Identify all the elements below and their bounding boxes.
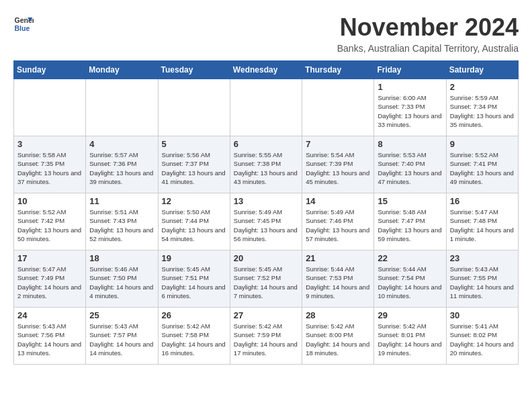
day-info: Sunrise: 5:44 AMSunset: 7:54 PMDaylight:… bbox=[378, 265, 442, 300]
day-info: Sunrise: 5:57 AMSunset: 7:36 PMDaylight:… bbox=[89, 150, 154, 186]
calendar-cell-1-1: 4Sunrise: 5:57 AMSunset: 7:36 PMDaylight… bbox=[86, 136, 158, 193]
calendar-cell-1-6: 9Sunrise: 5:52 AMSunset: 7:41 PMDaylight… bbox=[446, 136, 518, 193]
calendar-cell-2-0: 10Sunrise: 5:52 AMSunset: 7:42 PMDayligh… bbox=[14, 193, 86, 250]
header-monday: Monday bbox=[86, 61, 158, 79]
day-number: 10 bbox=[17, 196, 82, 206]
week-row-3: 10Sunrise: 5:52 AMSunset: 7:42 PMDayligh… bbox=[14, 193, 519, 250]
day-number: 28 bbox=[306, 310, 370, 320]
day-info: Sunrise: 5:44 AMSunset: 7:53 PMDaylight:… bbox=[306, 265, 370, 300]
day-info: Sunrise: 5:42 AMSunset: 8:01 PMDaylight:… bbox=[378, 322, 442, 357]
day-info: Sunrise: 5:58 AMSunset: 7:35 PMDaylight:… bbox=[17, 150, 82, 186]
title-section: November 2024 Banks, Australian Capital … bbox=[337, 13, 519, 54]
day-info: Sunrise: 6:00 AMSunset: 7:33 PMDaylight:… bbox=[378, 93, 442, 129]
day-info: Sunrise: 5:51 AMSunset: 7:43 PMDaylight:… bbox=[89, 208, 154, 243]
header-friday: Friday bbox=[374, 61, 446, 79]
day-info: Sunrise: 5:43 AMSunset: 7:56 PMDaylight:… bbox=[17, 322, 82, 357]
calendar-cell-1-0: 3Sunrise: 5:58 AMSunset: 7:35 PMDaylight… bbox=[14, 136, 86, 193]
day-number: 26 bbox=[162, 310, 226, 320]
calendar-cell-4-4: 28Sunrise: 5:42 AMSunset: 8:00 PMDayligh… bbox=[302, 308, 374, 365]
day-info: Sunrise: 5:52 AMSunset: 7:41 PMDaylight:… bbox=[450, 150, 515, 186]
calendar-cell-3-4: 21Sunrise: 5:44 AMSunset: 7:53 PMDayligh… bbox=[302, 250, 374, 308]
calendar-cell-1-3: 6Sunrise: 5:55 AMSunset: 7:38 PMDaylight… bbox=[230, 136, 302, 193]
day-info: Sunrise: 5:42 AMSunset: 8:00 PMDaylight:… bbox=[306, 322, 370, 357]
calendar-cell-0-5: 1Sunrise: 6:00 AMSunset: 7:33 PMDaylight… bbox=[374, 79, 446, 136]
calendar-cell-2-4: 14Sunrise: 5:49 AMSunset: 7:46 PMDayligh… bbox=[302, 193, 374, 250]
header: General Blue November 2024 Banks, Austra… bbox=[13, 13, 519, 54]
day-number: 5 bbox=[162, 139, 226, 149]
day-number: 13 bbox=[234, 196, 298, 206]
day-info: Sunrise: 5:47 AMSunset: 7:48 PMDaylight:… bbox=[450, 208, 515, 243]
day-number: 27 bbox=[234, 310, 298, 320]
day-number: 30 bbox=[450, 310, 515, 320]
day-info: Sunrise: 5:46 AMSunset: 7:50 PMDaylight:… bbox=[89, 265, 154, 300]
header-tuesday: Tuesday bbox=[158, 61, 230, 79]
calendar-cell-3-1: 18Sunrise: 5:46 AMSunset: 7:50 PMDayligh… bbox=[86, 250, 158, 308]
day-number: 3 bbox=[17, 139, 82, 149]
day-info: Sunrise: 5:47 AMSunset: 7:49 PMDaylight:… bbox=[17, 265, 82, 300]
header-wednesday: Wednesday bbox=[230, 61, 302, 79]
day-number: 20 bbox=[234, 253, 298, 263]
day-number: 17 bbox=[17, 253, 82, 263]
day-number: 22 bbox=[378, 253, 442, 263]
day-info: Sunrise: 5:56 AMSunset: 7:37 PMDaylight:… bbox=[162, 150, 226, 186]
header-thursday: Thursday bbox=[302, 61, 374, 79]
calendar-cell-3-6: 23Sunrise: 5:43 AMSunset: 7:55 PMDayligh… bbox=[446, 250, 518, 308]
calendar-cell-4-6: 30Sunrise: 5:41 AMSunset: 8:02 PMDayligh… bbox=[446, 308, 518, 365]
day-number: 11 bbox=[89, 196, 154, 206]
day-number: 14 bbox=[306, 196, 370, 206]
day-info: Sunrise: 5:42 AMSunset: 7:58 PMDaylight:… bbox=[162, 322, 226, 357]
week-row-4: 17Sunrise: 5:47 AMSunset: 7:49 PMDayligh… bbox=[14, 250, 519, 308]
day-number: 9 bbox=[450, 139, 515, 149]
week-row-1: 1Sunrise: 6:00 AMSunset: 7:33 PMDaylight… bbox=[14, 79, 519, 136]
day-number: 29 bbox=[378, 310, 442, 320]
header-sunday: Sunday bbox=[14, 61, 86, 79]
location-title: Banks, Australian Capital Territory, Aus… bbox=[337, 43, 519, 54]
calendar-cell-4-3: 27Sunrise: 5:42 AMSunset: 7:59 PMDayligh… bbox=[230, 308, 302, 365]
day-info: Sunrise: 5:52 AMSunset: 7:42 PMDaylight:… bbox=[17, 208, 82, 243]
calendar-cell-1-4: 7Sunrise: 5:54 AMSunset: 7:39 PMDaylight… bbox=[302, 136, 374, 193]
day-number: 7 bbox=[306, 139, 370, 149]
day-number: 2 bbox=[450, 82, 515, 92]
header-saturday: Saturday bbox=[446, 61, 518, 79]
day-number: 4 bbox=[89, 139, 154, 149]
day-info: Sunrise: 5:59 AMSunset: 7:34 PMDaylight:… bbox=[450, 93, 515, 129]
day-number: 1 bbox=[378, 82, 442, 92]
day-number: 21 bbox=[306, 253, 370, 263]
calendar-cell-0-2 bbox=[158, 79, 230, 136]
calendar-cell-2-5: 15Sunrise: 5:48 AMSunset: 7:47 PMDayligh… bbox=[374, 193, 446, 250]
calendar-cell-3-5: 22Sunrise: 5:44 AMSunset: 7:54 PMDayligh… bbox=[374, 250, 446, 308]
day-info: Sunrise: 5:54 AMSunset: 7:39 PMDaylight:… bbox=[306, 150, 370, 186]
calendar-cell-0-1 bbox=[86, 79, 158, 136]
day-number: 19 bbox=[162, 253, 226, 263]
day-number: 15 bbox=[378, 196, 442, 206]
calendar-cell-2-1: 11Sunrise: 5:51 AMSunset: 7:43 PMDayligh… bbox=[86, 193, 158, 250]
day-number: 6 bbox=[234, 139, 298, 149]
day-info: Sunrise: 5:41 AMSunset: 8:02 PMDaylight:… bbox=[450, 322, 515, 357]
day-info: Sunrise: 5:49 AMSunset: 7:45 PMDaylight:… bbox=[234, 208, 298, 243]
logo-icon: General Blue bbox=[13, 13, 34, 34]
day-number: 8 bbox=[378, 139, 442, 149]
calendar-cell-2-6: 16Sunrise: 5:47 AMSunset: 7:48 PMDayligh… bbox=[446, 193, 518, 250]
week-row-2: 3Sunrise: 5:58 AMSunset: 7:35 PMDaylight… bbox=[14, 136, 519, 193]
day-number: 12 bbox=[162, 196, 226, 206]
calendar-cell-2-3: 13Sunrise: 5:49 AMSunset: 7:45 PMDayligh… bbox=[230, 193, 302, 250]
calendar-cell-2-2: 12Sunrise: 5:50 AMSunset: 7:44 PMDayligh… bbox=[158, 193, 230, 250]
calendar-cell-4-2: 26Sunrise: 5:42 AMSunset: 7:58 PMDayligh… bbox=[158, 308, 230, 365]
calendar-cell-3-0: 17Sunrise: 5:47 AMSunset: 7:49 PMDayligh… bbox=[14, 250, 86, 308]
day-info: Sunrise: 5:48 AMSunset: 7:47 PMDaylight:… bbox=[378, 208, 442, 243]
day-info: Sunrise: 5:49 AMSunset: 7:46 PMDaylight:… bbox=[306, 208, 370, 243]
calendar-cell-3-3: 20Sunrise: 5:45 AMSunset: 7:52 PMDayligh… bbox=[230, 250, 302, 308]
logo: General Blue bbox=[13, 13, 34, 34]
calendar-cell-0-3 bbox=[230, 79, 302, 136]
day-number: 18 bbox=[89, 253, 154, 263]
header-row: Sunday Monday Tuesday Wednesday Thursday… bbox=[14, 61, 519, 79]
calendar-cell-0-4 bbox=[302, 79, 374, 136]
day-info: Sunrise: 5:45 AMSunset: 7:51 PMDaylight:… bbox=[162, 265, 226, 300]
day-info: Sunrise: 5:43 AMSunset: 7:57 PMDaylight:… bbox=[89, 322, 154, 357]
calendar-cell-4-1: 25Sunrise: 5:43 AMSunset: 7:57 PMDayligh… bbox=[86, 308, 158, 365]
day-info: Sunrise: 5:42 AMSunset: 7:59 PMDaylight:… bbox=[234, 322, 298, 357]
day-number: 25 bbox=[89, 310, 154, 320]
day-number: 24 bbox=[17, 310, 82, 320]
calendar-cell-4-5: 29Sunrise: 5:42 AMSunset: 8:01 PMDayligh… bbox=[374, 308, 446, 365]
day-info: Sunrise: 5:50 AMSunset: 7:44 PMDaylight:… bbox=[162, 208, 226, 243]
